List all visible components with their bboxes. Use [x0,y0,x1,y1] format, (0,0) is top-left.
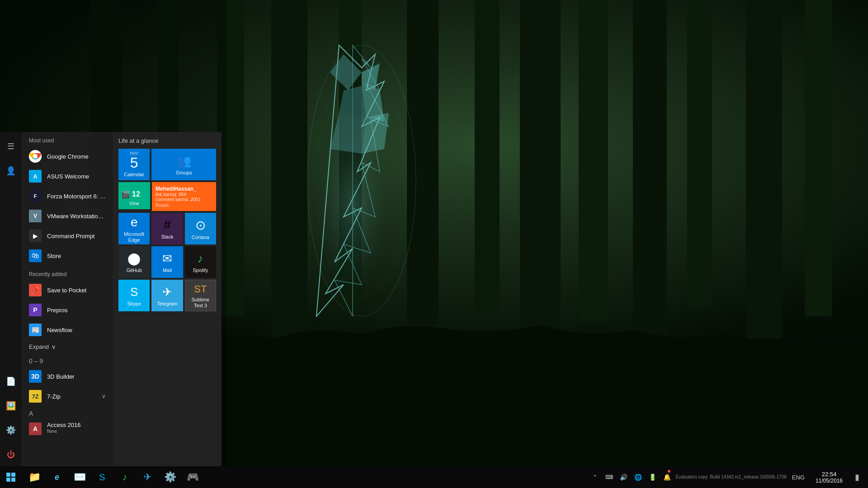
windows-logo [6,473,15,482]
app-google-chrome[interactable]: Google Chrome [22,146,113,166]
pocket-icon: 📌 [29,284,42,296]
app-pocket[interactable]: 📌 Save to Pocket [22,280,113,300]
telegram-icon: ✈ [162,285,172,299]
asus-icon: A [29,170,42,183]
readit-comment-karma: comment karma: 2001 [156,197,201,202]
tile-row-vine: 🎬 12 Vine MehediHassan_ link karma: 964 … [118,182,216,211]
app-access-2016[interactable]: A Access 2016 New [22,419,113,438]
eval-build-area: Evaluation copy. Build 14342.rs1_release… [676,474,787,480]
skype-label: Skype [121,301,147,307]
clock-area[interactable]: 22:54 11/05/2016 [810,466,848,488]
power-sidebar-icon[interactable]: ⏻ [0,444,22,465]
app-command-prompt[interactable]: ▶ Command Prompt [22,226,113,246]
taskbar-file-explorer[interactable]: 📁 [24,466,45,488]
taskbar-mail[interactable]: ✉️ [69,466,90,488]
access-icon: A [29,422,42,435]
cortana-label: Cortana [188,235,213,240]
groups-icon: 👥 [177,154,191,168]
app-prepros[interactable]: P Prepros [22,300,113,320]
cmd-icon: ▶ [29,230,42,242]
vine-column: 🎬 12 Vine [118,182,150,211]
tile-groups[interactable]: 👥 Groups [151,149,216,180]
taskbar-spotify[interactable]: ♪ [114,466,136,488]
spotify-icon: ♪ [198,252,203,266]
vine-label: Vine [121,201,147,206]
svg-rect-8 [579,0,608,321]
chevron-up-icon[interactable]: ⌃ [588,466,602,488]
slack-icon: # [164,218,171,232]
numeric-section-header: 0 – 9 [22,354,113,366]
7zip-label: 7-Zip [47,393,61,400]
tile-vine[interactable]: 🎬 12 Vine [118,182,150,209]
expand-button[interactable]: Expand ∨ [22,340,113,354]
show-desktop-button[interactable]: ▮ [850,466,864,488]
tile-slack[interactable]: # Slack [151,213,183,244]
documents-sidebar-icon[interactable]: 📄 [0,371,22,392]
tile-cortana[interactable]: ⊙ Cortana [185,213,216,244]
tiles-header: Life at a glance [118,137,216,149]
pictures-sidebar-icon[interactable]: 🖼️ [0,395,22,417]
taskbar-unknown-app[interactable]: 🎮 [182,466,203,488]
slack-label: Slack [154,234,180,240]
app-newsflow[interactable]: 📰 Newsflow [22,320,113,340]
tile-readit[interactable]: MehediHassan_ link karma: 964 comment ka… [152,182,216,211]
calendar-label: Calendar [120,172,148,178]
system-tray: ⌃ ⌨ 🔊 🌐 🔋 🔔 Evaluation copy. Build 14342… [588,466,868,488]
taskbar-telegram-icon: ✈ [143,471,151,483]
user-profile-icon[interactable]: 👤 [0,160,22,182]
newsflow-icon: 📰 [29,324,42,336]
spotify-label: Spotify [188,267,213,273]
tile-github[interactable]: ⬤ GitHub [118,246,150,278]
taskbar-spotify-icon: ♪ [123,471,127,483]
vine-icon: 🎬 [121,190,130,199]
taskbar-apps: 📁 e ✉️ S ♪ ✈ ⚙️ 🎮 [24,466,203,488]
tile-mail[interactable]: ✉ Mail [151,246,183,278]
sublime-icon: ST [194,283,207,295]
access-label: Access 2016 [47,422,80,428]
vine-count: 12 [132,190,140,198]
taskbar-unknown-icon: 🎮 [187,471,199,483]
hamburger-menu-icon[interactable]: ☰ [0,136,22,157]
battery-icon[interactable]: 🔋 [646,466,660,488]
notification-icon[interactable]: 🔔 [660,466,674,488]
tile-edge[interactable]: e Microsoft Edge [118,213,150,244]
start-app-list: Most used Google Chrome A ASUS Welcome [22,132,113,466]
volume-icon[interactable]: 🔊 [617,466,631,488]
app-3d-builder[interactable]: 3D 3D Builder [22,366,113,386]
taskbar-skype[interactable]: S [91,466,113,488]
app-7zip[interactable]: 7Z 7-Zip ∨ [22,386,113,406]
settings-sidebar-icon[interactable]: ⚙️ [0,419,22,441]
tile-skype[interactable]: S Skype [118,280,150,311]
groups-label: Groups [154,170,213,176]
store-label: Store [47,253,61,259]
app-asus-welcome[interactable]: A ASUS Welcome [22,166,113,186]
tile-sublime[interactable]: ST Sublime Text 3 [185,280,216,311]
svg-rect-7 [520,0,561,343]
mail-icon: ✉ [162,252,172,266]
tiles-panel: Life at a glance NOV 5 Calendar 👥 Groups [113,132,222,466]
app-vmware[interactable]: V VMware Workstation 12 Player [22,206,113,226]
start-button[interactable] [0,466,22,488]
network-icon[interactable]: 🌐 [632,466,645,488]
app-forza[interactable]: F Forza Motorsport 6: Apex (Beta) [22,186,113,206]
taskbar-skype-icon: S [99,472,105,483]
taskbar-edge[interactable]: e [46,466,68,488]
clock-date: 11/05/2016 [816,478,843,484]
taskbar-telegram[interactable]: ✈ [137,466,158,488]
prepros-label: Prepros [47,307,68,314]
tiles-grid: NOV 5 Calendar 👥 Groups 🎬 12 [118,149,216,311]
edge-icon: e [131,215,138,230]
taskbar-settings[interactable]: ⚙️ [159,466,181,488]
start-menu: ☰ 👤 📄 🖼️ ⚙️ ⏻ Most used Google Chr [0,132,222,466]
tile-spotify[interactable]: ♪ Spotify [185,246,216,278]
tile-calendar[interactable]: NOV 5 Calendar [118,149,150,180]
clock-time: 22:54 [822,471,837,478]
cmd-label: Command Prompt [47,233,94,239]
keyboard-icon[interactable]: ⌨ [603,466,616,488]
skype-icon: S [130,285,138,299]
svg-rect-10 [687,0,712,307]
language-area[interactable]: ENG [792,474,805,481]
tile-telegram[interactable]: ✈ Telegram [151,280,183,311]
app-store[interactable]: 🛍 Store [22,246,113,266]
github-icon: ⬤ [127,252,141,266]
